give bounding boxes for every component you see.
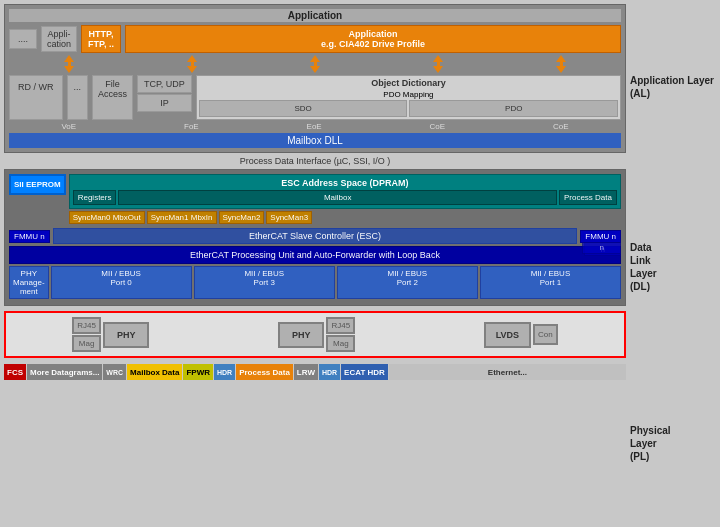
rj45-right: RJ45 bbox=[326, 317, 355, 334]
syncman2-box: SyncMan2 bbox=[219, 211, 265, 224]
app-mid-boxes: RD / WR ... FileAccess TCP, UDP IP Objec… bbox=[9, 75, 621, 120]
al-label: Application Layer (AL) bbox=[630, 74, 716, 100]
app-profile-box: Applicatione.g. CIA402 Drive Profile bbox=[125, 25, 621, 53]
fmmu-n-right: FMMU n bbox=[580, 230, 621, 243]
tcp-ip-group: TCP, UDP IP bbox=[137, 75, 192, 120]
mailbox-dll: Mailbox DLL bbox=[9, 133, 621, 148]
object-dictionary: Object Dictionary PDO Mapping SDO PDO bbox=[196, 75, 621, 120]
al-label-text: Application Layer (AL) bbox=[630, 74, 716, 100]
mii-ebus-2: MII / EBUSPort 2 bbox=[337, 266, 478, 299]
bar-fcs: FCS bbox=[4, 364, 26, 380]
rd-wr-box: RD / WR bbox=[9, 75, 63, 120]
application-layer: Application .... Appli-cation HTTP,FTP, … bbox=[4, 4, 626, 153]
pl-label: PhysicalLayer(PL) bbox=[630, 424, 716, 463]
lvds-group: LVDS Con bbox=[484, 322, 558, 348]
dots2-box: ... bbox=[67, 75, 89, 120]
phy-right: PHY bbox=[278, 322, 325, 348]
dl-label: DataLinkLayer(DL) bbox=[630, 241, 716, 293]
syncman0-box: SyncMan0 MbxOut bbox=[69, 211, 145, 224]
right-phy-group: PHY RJ45 Mag bbox=[278, 317, 355, 352]
ip-box: IP bbox=[137, 94, 192, 112]
app-top-boxes: .... Appli-cation HTTP,FTP, .. Applicati… bbox=[9, 25, 621, 53]
process-data-inner: Process Data bbox=[559, 190, 617, 205]
fmmu-row: FMMU n EtherCAT Slave Controller (ESC) F… bbox=[9, 228, 621, 244]
mii-ebus-3: MII / EBUSPort 3 bbox=[194, 266, 335, 299]
left-phy-group: RJ45 Mag PHY bbox=[72, 317, 149, 352]
mag-rj45-right: RJ45 Mag bbox=[326, 317, 355, 352]
lvds-box: LVDS bbox=[484, 322, 531, 348]
coe1-label: CoE bbox=[430, 122, 446, 131]
bar-wrc: WRC bbox=[103, 364, 126, 380]
mii-ebus-0: MII / EBUSPort 0 bbox=[51, 266, 192, 299]
arrow-row-1 bbox=[9, 55, 621, 73]
phy-management-box: PHYManage-ment bbox=[9, 266, 49, 299]
coe2-label: CoE bbox=[553, 122, 569, 131]
diagram-main: Application .... Appli-cation HTTP,FTP, … bbox=[4, 4, 626, 523]
obj-dict-header: Object Dictionary bbox=[199, 78, 618, 88]
bar-hdr1: HDR bbox=[214, 364, 235, 380]
physical-components: RJ45 Mag PHY PHY RJ45 Mag bbox=[10, 317, 620, 352]
mag-left: Mag bbox=[72, 335, 101, 352]
arrow4 bbox=[433, 55, 443, 73]
main-container: Application .... Appli-cation HTTP,FTP, … bbox=[0, 0, 720, 527]
syncman3-box: SyncMan3 bbox=[266, 211, 312, 224]
sdo-pdo-row: SDO PDO bbox=[199, 100, 618, 117]
data-link-layer: SII EEPROM ESC Address Space (DPRAM) Reg… bbox=[4, 169, 626, 306]
bottom-bar: FCS More Datagrams... WRC Mailbox Data F… bbox=[4, 363, 626, 381]
bar-fpwr: FPWR bbox=[183, 364, 213, 380]
process-interface-text: Process Data Interface (µC, SSI, I/O ) bbox=[4, 155, 626, 167]
arrow5 bbox=[556, 55, 566, 73]
fmmu-n-right-group: FMMU n FMMU n FMMU n bbox=[580, 230, 621, 243]
file-access-box: FileAccess bbox=[92, 75, 133, 120]
bar-more-datagrams: More Datagrams... bbox=[27, 364, 102, 380]
esc-address-header: ESC Address Space (DPRAM) bbox=[73, 178, 617, 188]
bar-ecat-hdr: ECAT HDR bbox=[341, 364, 388, 380]
esc-address-space: ESC Address Space (DPRAM) Registers Mail… bbox=[69, 174, 621, 209]
registers-box: Registers bbox=[73, 190, 117, 205]
protocol-row: VoE FoE EoE CoE CoE bbox=[9, 122, 621, 131]
arrow2 bbox=[187, 55, 197, 73]
bar-process-data: Process Data bbox=[236, 364, 293, 380]
eoe-label: EoE bbox=[307, 122, 322, 131]
appli-cation-box: Appli-cation bbox=[41, 26, 77, 52]
phy-left: PHY bbox=[103, 322, 150, 348]
rj45-left: RJ45 bbox=[72, 317, 101, 334]
syncman-row: SyncMan0 MbxOut SyncMan1 MbxIn SyncMan2 … bbox=[69, 211, 621, 224]
mag-right: Mag bbox=[326, 335, 355, 352]
bar-hdr2: HDR bbox=[319, 364, 340, 380]
arrow1 bbox=[64, 55, 74, 73]
rj45-mag-left: RJ45 Mag bbox=[72, 317, 101, 352]
esc-slave-label: EtherCAT Slave Controller (ESC) bbox=[53, 228, 578, 244]
bar-mailbox-data: Mailbox Data bbox=[127, 364, 182, 380]
tcp-udp-box: TCP, UDP bbox=[137, 75, 192, 93]
dl-label-text: DataLinkLayer(DL) bbox=[630, 241, 716, 293]
right-labels: Application Layer (AL) DataLinkLayer(DL)… bbox=[626, 4, 716, 523]
physical-layer: RJ45 Mag PHY PHY RJ45 Mag bbox=[4, 311, 626, 358]
diagram-area: Application .... Appli-cation HTTP,FTP, … bbox=[4, 4, 716, 523]
foe-label: FoE bbox=[184, 122, 199, 131]
mii-row: PHYManage-ment MII / EBUSPort 0 MII / EB… bbox=[9, 266, 621, 299]
arrow3 bbox=[310, 55, 320, 73]
syncman1-box: SyncMan1 MbxIn bbox=[147, 211, 217, 224]
con-box: Con bbox=[533, 324, 558, 345]
pdo-box: PDO bbox=[409, 100, 618, 117]
http-ftp-box: HTTP,FTP, .. bbox=[81, 25, 121, 53]
esc-address-boxes: Registers Mailbox Process Data bbox=[73, 190, 617, 205]
epu-box: EtherCAT Processing Unit and Auto-Forwar… bbox=[9, 246, 621, 264]
mailbox-inner: Mailbox bbox=[118, 190, 556, 205]
esc-top-row: SII EEPROM ESC Address Space (DPRAM) Reg… bbox=[9, 174, 621, 226]
dots-box: .... bbox=[9, 29, 37, 49]
pl-label-text: PhysicalLayer(PL) bbox=[630, 424, 716, 463]
pdo-mapping-label: PDO Mapping bbox=[199, 90, 618, 99]
sdo-box: SDO bbox=[199, 100, 408, 117]
bar-lrw: LRW bbox=[294, 364, 318, 380]
app-header: Application bbox=[9, 9, 621, 22]
mii-ebus-1: MII / EBUSPort 1 bbox=[480, 266, 621, 299]
esc-address-area: ESC Address Space (DPRAM) Registers Mail… bbox=[69, 174, 621, 226]
sii-eeprom: SII EEPROM bbox=[9, 174, 66, 195]
voe-label: VoE bbox=[61, 122, 76, 131]
fmmu-n-left: FMMU n bbox=[9, 230, 50, 243]
bar-ethernet: Ethernet... bbox=[389, 364, 626, 380]
